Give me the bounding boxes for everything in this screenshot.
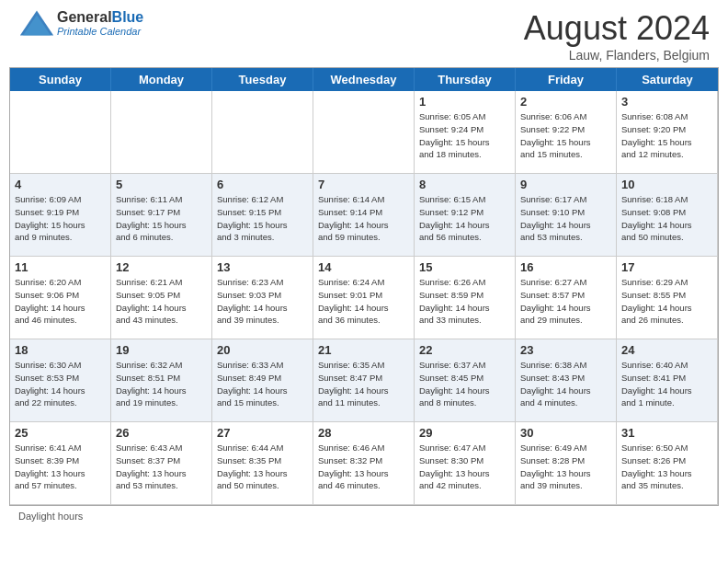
day-info: Sunrise: 6:41 AM Sunset: 8:39 PM Dayligh… xyxy=(15,442,106,492)
day-info: Sunrise: 6:26 AM Sunset: 8:59 PM Dayligh… xyxy=(419,276,510,327)
logo-general: General xyxy=(57,9,112,25)
day-info: Sunrise: 6:43 AM Sunset: 8:37 PM Dayligh… xyxy=(116,442,207,492)
day-number: 14 xyxy=(318,260,409,274)
day-number: 19 xyxy=(116,343,207,357)
day-number: 6 xyxy=(217,178,308,191)
cal-cell-w2-d5: 16Sunrise: 6:27 AM Sunset: 8:57 PM Dayli… xyxy=(516,257,617,339)
day-info: Sunrise: 6:06 AM Sunset: 9:22 PM Dayligh… xyxy=(520,110,611,161)
day-number: 9 xyxy=(520,178,611,191)
day-number: 24 xyxy=(621,343,712,357)
day-info: Sunrise: 6:47 AM Sunset: 8:30 PM Dayligh… xyxy=(419,442,510,492)
day-info: Sunrise: 6:46 AM Sunset: 8:32 PM Dayligh… xyxy=(318,442,409,492)
day-number: 15 xyxy=(419,260,510,274)
day-info: Sunrise: 6:40 AM Sunset: 8:41 PM Dayligh… xyxy=(621,359,712,409)
week-row-1: 1Sunrise: 6:05 AM Sunset: 9:24 PM Daylig… xyxy=(10,91,718,174)
cal-cell-w0-d4: 1Sunrise: 6:05 AM Sunset: 9:24 PM Daylig… xyxy=(415,91,516,174)
day-info: Sunrise: 6:08 AM Sunset: 9:20 PM Dayligh… xyxy=(621,110,712,161)
header-monday: Monday xyxy=(111,68,212,91)
day-info: Sunrise: 6:33 AM Sunset: 8:49 PM Dayligh… xyxy=(217,359,308,409)
header-tuesday: Tuesday xyxy=(212,68,313,91)
cal-cell-w3-d0: 18Sunrise: 6:30 AM Sunset: 8:53 PM Dayli… xyxy=(10,339,111,422)
month-year-title: August 2024 xyxy=(524,9,710,48)
cal-cell-w2-d2: 13Sunrise: 6:23 AM Sunset: 9:03 PM Dayli… xyxy=(212,257,313,339)
cal-cell-w1-d4: 8Sunrise: 6:15 AM Sunset: 9:12 PM Daylig… xyxy=(415,174,516,257)
title-section: August 2024 Lauw, Flanders, Belgium xyxy=(524,9,710,63)
day-info: Sunrise: 6:27 AM Sunset: 8:57 PM Dayligh… xyxy=(520,276,611,327)
cal-cell-w4-d0: 25Sunrise: 6:41 AM Sunset: 8:39 PM Dayli… xyxy=(10,422,111,505)
cal-cell-w2-d0: 11Sunrise: 6:20 AM Sunset: 9:06 PM Dayli… xyxy=(10,257,111,339)
day-number: 3 xyxy=(621,95,712,109)
cal-cell-w4-d6: 31Sunrise: 6:50 AM Sunset: 8:26 PM Dayli… xyxy=(617,422,718,505)
day-number: 23 xyxy=(520,343,611,357)
header-sunday: Sunday xyxy=(10,68,111,91)
week-row-2: 4Sunrise: 6:09 AM Sunset: 9:19 PM Daylig… xyxy=(10,174,718,257)
day-number: 2 xyxy=(520,95,611,109)
day-info: Sunrise: 6:23 AM Sunset: 9:03 PM Dayligh… xyxy=(217,276,308,327)
logo-tagline: Printable Calendar xyxy=(57,26,143,37)
calendar-body: 1Sunrise: 6:05 AM Sunset: 9:24 PM Daylig… xyxy=(10,91,718,505)
day-info: Sunrise: 6:14 AM Sunset: 9:14 PM Dayligh… xyxy=(318,193,409,244)
logo: GeneralBlue Printable Calendar xyxy=(18,9,143,37)
day-number: 4 xyxy=(15,178,106,191)
day-info: Sunrise: 6:30 AM Sunset: 8:53 PM Dayligh… xyxy=(15,359,106,409)
day-info: Sunrise: 6:32 AM Sunset: 8:51 PM Dayligh… xyxy=(116,359,207,409)
cal-cell-w0-d0 xyxy=(10,91,111,174)
day-number: 21 xyxy=(318,343,409,357)
day-number: 26 xyxy=(116,426,207,440)
logo-blue: Blue xyxy=(112,9,144,25)
cal-cell-w1-d1: 5Sunrise: 6:11 AM Sunset: 9:17 PM Daylig… xyxy=(111,174,212,257)
day-number: 27 xyxy=(217,426,308,440)
day-number: 5 xyxy=(116,178,207,191)
cal-cell-w2-d1: 12Sunrise: 6:21 AM Sunset: 9:05 PM Dayli… xyxy=(111,257,212,339)
cal-cell-w4-d3: 28Sunrise: 6:46 AM Sunset: 8:32 PM Dayli… xyxy=(313,422,415,505)
day-info: Sunrise: 6:50 AM Sunset: 8:26 PM Dayligh… xyxy=(621,442,712,492)
cal-cell-w1-d3: 7Sunrise: 6:14 AM Sunset: 9:14 PM Daylig… xyxy=(313,174,415,257)
day-number: 17 xyxy=(621,260,712,274)
day-number: 10 xyxy=(621,178,712,191)
cal-cell-w2-d6: 17Sunrise: 6:29 AM Sunset: 8:55 PM Dayli… xyxy=(617,257,718,339)
day-info: Sunrise: 6:24 AM Sunset: 9:01 PM Dayligh… xyxy=(318,276,409,327)
day-info: Sunrise: 6:35 AM Sunset: 8:47 PM Dayligh… xyxy=(318,359,409,409)
day-number: 13 xyxy=(217,260,308,274)
week-row-5: 25Sunrise: 6:41 AM Sunset: 8:39 PM Dayli… xyxy=(10,422,718,505)
cal-cell-w0-d2 xyxy=(212,91,313,174)
day-number: 16 xyxy=(520,260,611,274)
cal-cell-w4-d2: 27Sunrise: 6:44 AM Sunset: 8:35 PM Dayli… xyxy=(212,422,313,505)
calendar-container: Sunday Monday Tuesday Wednesday Thursday… xyxy=(9,67,719,506)
day-number: 31 xyxy=(621,426,712,440)
day-number: 25 xyxy=(15,426,106,440)
day-info: Sunrise: 6:44 AM Sunset: 8:35 PM Dayligh… xyxy=(217,442,308,492)
day-number: 29 xyxy=(419,426,510,440)
day-info: Sunrise: 6:09 AM Sunset: 9:19 PM Dayligh… xyxy=(15,193,106,244)
day-number: 7 xyxy=(318,178,409,191)
cal-cell-w0-d5: 2Sunrise: 6:06 AM Sunset: 9:22 PM Daylig… xyxy=(516,91,617,174)
cal-cell-w1-d0: 4Sunrise: 6:09 AM Sunset: 9:19 PM Daylig… xyxy=(10,174,111,257)
cal-cell-w3-d6: 24Sunrise: 6:40 AM Sunset: 8:41 PM Dayli… xyxy=(617,339,718,422)
day-info: Sunrise: 6:05 AM Sunset: 9:24 PM Dayligh… xyxy=(419,110,510,161)
location-title: Lauw, Flanders, Belgium xyxy=(524,48,710,63)
cal-cell-w3-d4: 22Sunrise: 6:37 AM Sunset: 8:45 PM Dayli… xyxy=(415,339,516,422)
day-number: 30 xyxy=(520,426,611,440)
cal-cell-w1-d5: 9Sunrise: 6:17 AM Sunset: 9:10 PM Daylig… xyxy=(516,174,617,257)
day-number: 22 xyxy=(419,343,510,357)
weekday-header: Sunday Monday Tuesday Wednesday Thursday… xyxy=(10,68,718,91)
header-friday: Friday xyxy=(516,68,617,91)
day-info: Sunrise: 6:12 AM Sunset: 9:15 PM Dayligh… xyxy=(217,193,308,244)
footer: Daylight hours xyxy=(0,506,728,526)
day-info: Sunrise: 6:20 AM Sunset: 9:06 PM Dayligh… xyxy=(15,276,106,327)
cal-cell-w0-d6: 3Sunrise: 6:08 AM Sunset: 9:20 PM Daylig… xyxy=(617,91,718,174)
cal-cell-w4-d1: 26Sunrise: 6:43 AM Sunset: 8:37 PM Dayli… xyxy=(111,422,212,505)
cal-cell-w3-d2: 20Sunrise: 6:33 AM Sunset: 8:49 PM Dayli… xyxy=(212,339,313,422)
day-info: Sunrise: 6:29 AM Sunset: 8:55 PM Dayligh… xyxy=(621,276,712,327)
header-saturday: Saturday xyxy=(617,68,718,91)
day-info: Sunrise: 6:38 AM Sunset: 8:43 PM Dayligh… xyxy=(520,359,611,409)
day-info: Sunrise: 6:11 AM Sunset: 9:17 PM Dayligh… xyxy=(116,193,207,244)
week-row-4: 18Sunrise: 6:30 AM Sunset: 8:53 PM Dayli… xyxy=(10,339,718,422)
header: GeneralBlue Printable Calendar August 20… xyxy=(0,0,728,67)
cal-cell-w1-d6: 10Sunrise: 6:18 AM Sunset: 9:08 PM Dayli… xyxy=(617,174,718,257)
day-info: Sunrise: 6:21 AM Sunset: 9:05 PM Dayligh… xyxy=(116,276,207,327)
cal-cell-w0-d3 xyxy=(313,91,415,174)
logo-icon xyxy=(18,9,55,37)
cal-cell-w4-d5: 30Sunrise: 6:49 AM Sunset: 8:28 PM Dayli… xyxy=(516,422,617,505)
day-info: Sunrise: 6:49 AM Sunset: 8:28 PM Dayligh… xyxy=(520,442,611,492)
